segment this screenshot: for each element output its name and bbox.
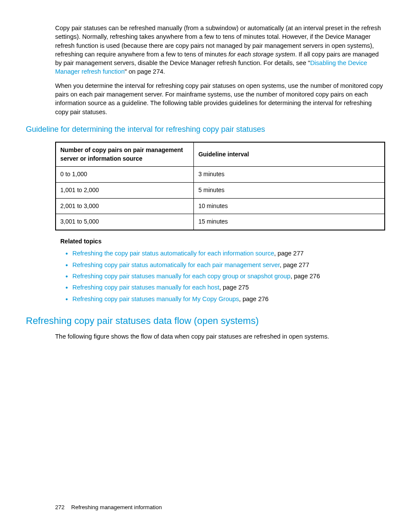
- list-item: Refreshing copy pair statuses manually f…: [65, 295, 385, 303]
- topic-suffix: , page 276: [239, 296, 269, 302]
- subheading-guideline: Guideline for determining the interval f…: [26, 124, 385, 135]
- list-item: Refreshing copy pair statuses manually f…: [65, 283, 385, 292]
- table-header-row: Number of copy pairs on pair management …: [56, 142, 385, 167]
- topic-suffix: , page 277: [274, 250, 304, 257]
- paragraph-figure-intro: The following figure shows the flow of d…: [55, 332, 385, 341]
- td-c1: 3,001 to 5,000: [56, 214, 194, 230]
- th-interval: Guideline interval: [194, 142, 385, 167]
- table-row: 1,001 to 2,000 5 minutes: [56, 182, 385, 198]
- topic-link[interactable]: Refreshing copy pair status automaticall…: [72, 261, 280, 268]
- topic-link[interactable]: Refreshing the copy pair status automati…: [72, 250, 274, 257]
- th-pairs: Number of copy pairs on pair management …: [56, 142, 194, 167]
- td-c2: 5 minutes: [194, 182, 385, 198]
- list-item: Refreshing copy pair statuses manually f…: [65, 272, 385, 280]
- td-c2: 3 minutes: [194, 167, 385, 183]
- td-c1: 1,001 to 2,000: [56, 182, 194, 198]
- p1-italic: for each storage system: [228, 51, 295, 58]
- heading-data-flow: Refreshing copy pair statuses data flow …: [26, 314, 385, 328]
- paragraph-intro: Copy pair statuses can be refreshed manu…: [55, 24, 385, 76]
- related-topics-list: Refreshing the copy pair status automati…: [65, 249, 385, 303]
- table-row: 2,001 to 3,000 10 minutes: [56, 198, 385, 214]
- footer-title: Refreshing management information: [71, 504, 162, 510]
- topic-link[interactable]: Refreshing copy pair statuses manually f…: [72, 296, 239, 302]
- topic-suffix: , page 276: [290, 273, 320, 280]
- td-c1: 2,001 to 3,000: [56, 198, 194, 214]
- td-c2: 15 minutes: [194, 214, 385, 230]
- topic-link[interactable]: Refreshing copy pair statuses manually f…: [72, 284, 219, 291]
- guideline-table: Number of copy pairs on pair management …: [55, 142, 385, 230]
- table-row: 0 to 1,000 3 minutes: [56, 167, 385, 183]
- related-topics-label: Related topics: [60, 237, 385, 246]
- list-item: Refreshing the copy pair status automati…: [65, 249, 385, 258]
- table-row: 3,001 to 5,000 15 minutes: [56, 214, 385, 230]
- paragraph-guideline-intro: When you determine the interval for refr…: [55, 81, 385, 116]
- page-number: 272: [55, 504, 65, 510]
- page-footer: 272 Refreshing management information: [55, 504, 162, 511]
- topic-suffix: , page 275: [219, 284, 249, 291]
- list-item: Refreshing copy pair status automaticall…: [65, 261, 385, 269]
- td-c1: 0 to 1,000: [56, 167, 194, 183]
- p1-t3: " on page 274.: [125, 68, 165, 75]
- topic-link[interactable]: Refreshing copy pair statuses manually f…: [72, 273, 290, 280]
- td-c2: 10 minutes: [194, 198, 385, 214]
- topic-suffix: , page 277: [280, 261, 309, 268]
